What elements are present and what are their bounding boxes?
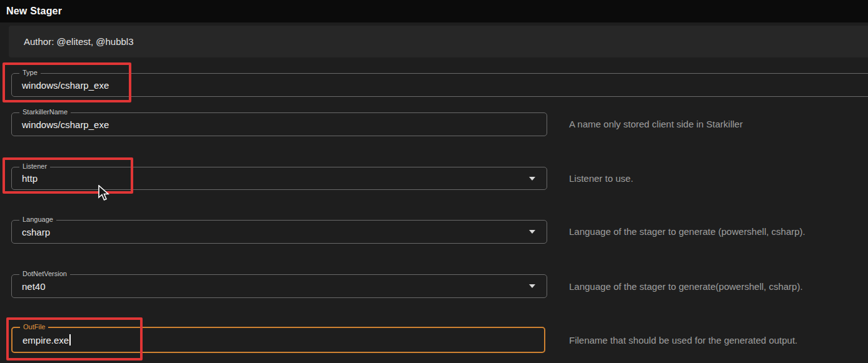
- author-text: Author: @elitest, @hubbl3: [24, 26, 134, 57]
- new-stager-page: { "header": { "title": "New Stager" }, "…: [0, 0, 868, 363]
- starkillername-input[interactable]: StarkillerName windows/csharp_exe: [11, 112, 547, 136]
- dotnetversion-select[interactable]: DotNetVersion net40: [11, 274, 547, 298]
- chevron-down-icon: [529, 284, 535, 288]
- chevron-down-icon: [529, 230, 535, 234]
- outfile-help: Filename that should be used for the gen…: [569, 335, 797, 346]
- listener-select[interactable]: Listener http: [11, 167, 547, 190]
- top-title-bar: New Stager: [0, 0, 868, 22]
- language-select[interactable]: Language csharp: [11, 220, 547, 244]
- listener-help: Listener to use.: [569, 173, 633, 184]
- dotnetversion-help: Language of the stager to generate(power…: [569, 281, 803, 292]
- starkillername-value: windows/csharp_exe: [22, 113, 109, 136]
- text-caret: [69, 334, 71, 346]
- type-select[interactable]: Type windows/csharp_exe: [11, 73, 868, 97]
- language-help: Language of the stager to generate (powe…: [569, 226, 805, 237]
- chevron-down-icon: [529, 177, 535, 181]
- starkillername-help: A name only stored client side in Starki…: [569, 119, 743, 129]
- outfile-value: empire.exe: [23, 328, 71, 352]
- type-value: windows/csharp_exe: [22, 74, 109, 96]
- listener-value: http: [22, 167, 38, 189]
- author-card: Author: @elitest, @hubbl3: [9, 26, 868, 57]
- page-title: New Stager: [6, 0, 62, 22]
- outfile-input[interactable]: OutFile empire.exe: [11, 327, 545, 353]
- language-value: csharp: [22, 221, 50, 243]
- dotnetversion-value: net40: [22, 275, 46, 297]
- mouse-cursor-icon: [98, 185, 111, 205]
